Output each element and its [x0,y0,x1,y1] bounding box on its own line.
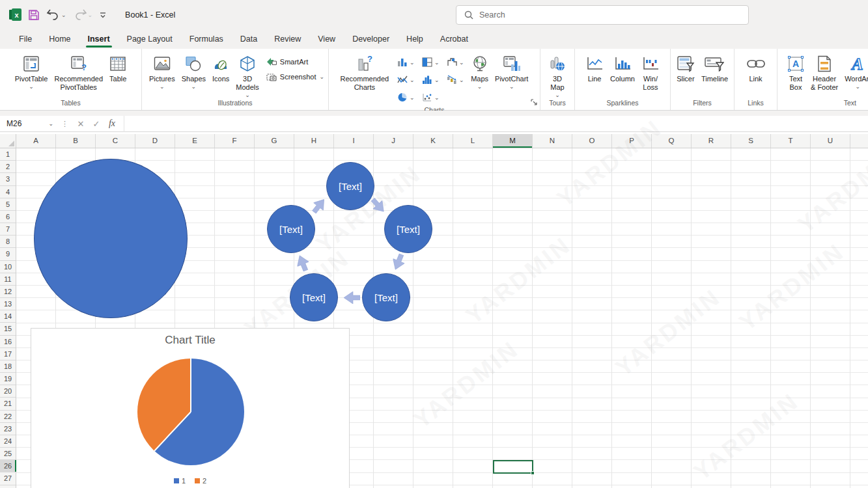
row-header-11[interactable]: 11 [0,273,16,286]
insert-histogram-chart-button[interactable]: ⌄ [418,71,443,88]
row-header-18[interactable]: 18 [0,360,16,373]
column-header-F[interactable]: F [215,134,255,148]
icons-button[interactable]: Icons [209,51,232,83]
row-header-7[interactable]: 7 [0,223,16,236]
save-icon[interactable] [28,9,40,21]
tab-home[interactable]: Home [40,31,79,47]
insert-function-icon[interactable]: fx [104,118,120,129]
slicer-button[interactable]: Slicer [673,51,698,83]
tab-help[interactable]: Help [398,31,432,47]
column-header-S[interactable]: S [731,134,771,148]
link-button[interactable]: Link [743,51,769,83]
sparkline-winloss-button[interactable]: Win/ Loss [638,51,663,92]
redo-button[interactable]: ⌄ [73,9,93,20]
row-header-23[interactable]: 23 [0,423,16,435]
column-header-T[interactable]: T [771,134,811,148]
smartart-node[interactable]: [Text] [290,273,338,321]
column-header-H[interactable]: H [294,134,334,148]
row-header-17[interactable]: 17 [0,348,16,360]
row-header-24[interactable]: 24 [0,435,16,448]
header-footer-button[interactable]: Header & Footer [807,51,841,92]
select-all-button[interactable] [0,134,16,148]
recommended-pivottables-button[interactable]: ? Recommended PivotTables [51,51,106,92]
fill-handle[interactable] [531,471,535,475]
column-header-P[interactable]: P [612,134,652,148]
tab-formulas[interactable]: Formulas [181,31,232,47]
column-header-D[interactable]: D [135,134,175,148]
smartart-button[interactable]: SmartArt [266,57,324,66]
row-header-12[interactable]: 12 [0,286,16,298]
enter-icon[interactable]: ✓ [89,119,104,129]
column-header-O[interactable]: O [572,134,612,148]
column-header-M[interactable]: M [493,134,533,148]
column-header-G[interactable]: G [255,134,294,148]
pivotchart-button[interactable]: PivotChart ⌄ [492,51,531,90]
customize-qat-icon[interactable] [99,11,107,19]
row-header-26[interactable]: 26 [0,460,16,472]
tab-file[interactable]: File [10,31,40,47]
row-header-19[interactable]: 19 [0,373,16,385]
pictures-button[interactable]: Pictures ⌄ [146,51,178,90]
row-header-10[interactable]: 10 [0,261,16,273]
tab-page-layout[interactable]: Page Layout [119,31,181,47]
row-header-27[interactable]: 27 [0,472,16,485]
row-header-2[interactable]: 2 [0,161,16,173]
name-box-dropdown-icon[interactable]: ⌄ [48,120,53,127]
insert-waterfall-chart-button[interactable]: ⌄ [443,71,468,88]
row-header-9[interactable]: 9 [0,248,16,260]
3d-map-button[interactable]: 3D Map ⌄ [546,51,569,98]
shapes-button[interactable]: Shapes ⌄ [178,51,209,90]
smartart-node[interactable]: [Text] [326,162,374,210]
smartart-node[interactable]: [Text] [362,273,410,321]
column-header-J[interactable]: J [374,134,413,148]
tab-view[interactable]: View [309,31,344,47]
column-header-E[interactable]: E [175,134,215,148]
formula-bar-resize-handle[interactable]: ⋮ [57,120,73,128]
column-header-B[interactable]: B [56,134,96,148]
row-header-15[interactable]: 15 [0,323,16,335]
redo-dropdown-icon[interactable]: ⌄ [88,12,93,18]
maps-button[interactable]: Maps ⌄ [468,51,492,90]
column-header-U[interactable]: U [811,134,850,148]
insert-scatter-chart-button[interactable]: ⌄ [418,88,443,106]
insert-line-chart-button[interactable]: ⌄ [393,71,418,88]
screenshot-button[interactable]: Screenshot ⌄ [266,72,324,81]
table-button[interactable]: Table [106,51,130,83]
row-header-5[interactable]: 5 [0,198,16,211]
sparkline-line-button[interactable]: Line [582,51,607,83]
row-header-8[interactable]: 8 [0,236,16,248]
column-header-N[interactable]: N [533,134,572,148]
row-header-16[interactable]: 16 [0,336,16,348]
row-header-6[interactable]: 6 [0,211,16,223]
column-header-R[interactable]: R [692,134,731,148]
text-box-button[interactable]: A Text Box [784,51,807,92]
chart-object[interactable]: Chart Title 12 [31,328,350,488]
column-header-I[interactable]: I [334,134,374,148]
search-input[interactable]: Search [456,5,749,25]
row-header-4[interactable]: 4 [0,186,16,198]
undo-button[interactable]: ⌄ [46,9,66,20]
undo-dropdown-icon[interactable]: ⌄ [61,12,66,18]
column-header-C[interactable]: C [96,134,135,148]
wordart-button[interactable]: A WordArt ⌄ [841,51,868,90]
tab-review[interactable]: Review [266,31,309,47]
sparkline-column-button[interactable]: Column [607,51,638,83]
tab-developer[interactable]: Developer [344,31,398,47]
recommended-charts-button[interactable]: ? Recommended Charts [337,51,393,92]
tab-data[interactable]: Data [232,31,266,47]
name-box[interactable]: M26 ⌄ [0,116,57,132]
oval-shape[interactable] [34,159,188,318]
insert-column-chart-button[interactable]: ⌄ [393,53,418,71]
row-header-13[interactable]: 13 [0,298,16,310]
row-header-22[interactable]: 22 [0,411,16,423]
row-header-1[interactable]: 1 [0,148,16,161]
cancel-icon[interactable]: ✕ [73,119,89,129]
column-header-L[interactable]: L [453,134,493,148]
charts-dialog-launcher-icon[interactable] [531,96,537,108]
excel-logo-icon[interactable]: x [9,8,21,21]
column-header-A[interactable]: A [16,134,56,148]
column-header-K[interactable]: K [413,134,453,148]
pivottable-button[interactable]: PivotTable ⌄ [12,51,51,90]
tab-insert[interactable]: Insert [79,31,119,47]
row-header-25[interactable]: 25 [0,448,16,460]
